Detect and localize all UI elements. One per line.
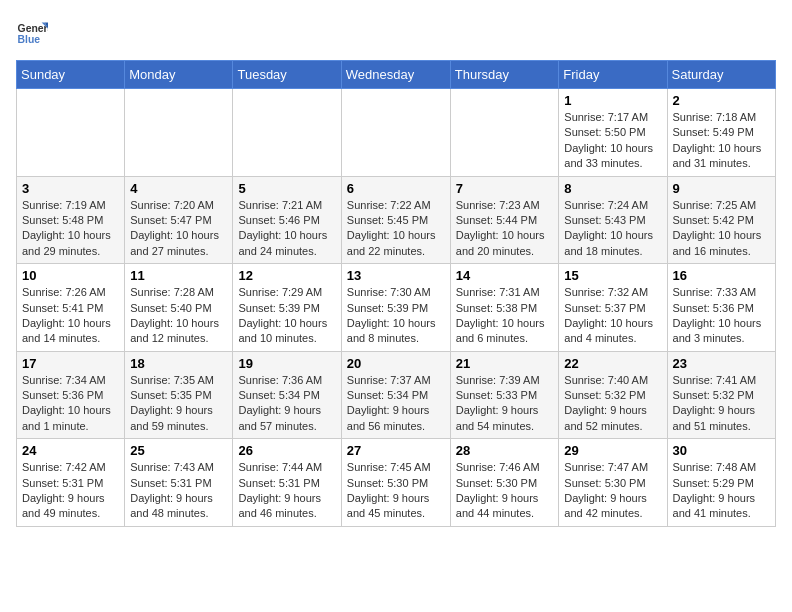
calendar-body: 1Sunrise: 7:17 AM Sunset: 5:50 PM Daylig… <box>17 89 776 527</box>
calendar-cell: 5Sunrise: 7:21 AM Sunset: 5:46 PM Daylig… <box>233 176 341 264</box>
calendar-cell: 9Sunrise: 7:25 AM Sunset: 5:42 PM Daylig… <box>667 176 775 264</box>
day-number: 16 <box>673 268 770 283</box>
day-number: 19 <box>238 356 335 371</box>
calendar-cell: 14Sunrise: 7:31 AM Sunset: 5:38 PM Dayli… <box>450 264 559 352</box>
day-number: 6 <box>347 181 445 196</box>
calendar-cell: 26Sunrise: 7:44 AM Sunset: 5:31 PM Dayli… <box>233 439 341 527</box>
day-info: Sunrise: 7:23 AM Sunset: 5:44 PM Dayligh… <box>456 198 554 260</box>
calendar-cell: 25Sunrise: 7:43 AM Sunset: 5:31 PM Dayli… <box>125 439 233 527</box>
day-info: Sunrise: 7:35 AM Sunset: 5:35 PM Dayligh… <box>130 373 227 435</box>
calendar-cell: 16Sunrise: 7:33 AM Sunset: 5:36 PM Dayli… <box>667 264 775 352</box>
calendar-cell: 24Sunrise: 7:42 AM Sunset: 5:31 PM Dayli… <box>17 439 125 527</box>
calendar-week-row: 3Sunrise: 7:19 AM Sunset: 5:48 PM Daylig… <box>17 176 776 264</box>
calendar-cell: 12Sunrise: 7:29 AM Sunset: 5:39 PM Dayli… <box>233 264 341 352</box>
calendar-cell <box>233 89 341 177</box>
day-number: 7 <box>456 181 554 196</box>
day-number: 23 <box>673 356 770 371</box>
logo-icon: General Blue <box>16 16 48 48</box>
weekday-header: Thursday <box>450 61 559 89</box>
calendar-header-row: SundayMondayTuesdayWednesdayThursdayFrid… <box>17 61 776 89</box>
calendar-cell <box>341 89 450 177</box>
calendar-cell: 3Sunrise: 7:19 AM Sunset: 5:48 PM Daylig… <box>17 176 125 264</box>
day-info: Sunrise: 7:24 AM Sunset: 5:43 PM Dayligh… <box>564 198 661 260</box>
calendar-week-row: 1Sunrise: 7:17 AM Sunset: 5:50 PM Daylig… <box>17 89 776 177</box>
day-info: Sunrise: 7:25 AM Sunset: 5:42 PM Dayligh… <box>673 198 770 260</box>
day-number: 4 <box>130 181 227 196</box>
day-info: Sunrise: 7:21 AM Sunset: 5:46 PM Dayligh… <box>238 198 335 260</box>
calendar-cell: 18Sunrise: 7:35 AM Sunset: 5:35 PM Dayli… <box>125 351 233 439</box>
calendar-cell: 28Sunrise: 7:46 AM Sunset: 5:30 PM Dayli… <box>450 439 559 527</box>
day-info: Sunrise: 7:44 AM Sunset: 5:31 PM Dayligh… <box>238 460 335 522</box>
svg-text:Blue: Blue <box>18 34 41 45</box>
day-info: Sunrise: 7:34 AM Sunset: 5:36 PM Dayligh… <box>22 373 119 435</box>
calendar-cell: 17Sunrise: 7:34 AM Sunset: 5:36 PM Dayli… <box>17 351 125 439</box>
day-number: 22 <box>564 356 661 371</box>
weekday-header: Tuesday <box>233 61 341 89</box>
day-number: 2 <box>673 93 770 108</box>
day-number: 8 <box>564 181 661 196</box>
calendar-cell: 6Sunrise: 7:22 AM Sunset: 5:45 PM Daylig… <box>341 176 450 264</box>
calendar-cell: 27Sunrise: 7:45 AM Sunset: 5:30 PM Dayli… <box>341 439 450 527</box>
calendar-cell <box>450 89 559 177</box>
day-info: Sunrise: 7:43 AM Sunset: 5:31 PM Dayligh… <box>130 460 227 522</box>
day-number: 1 <box>564 93 661 108</box>
day-info: Sunrise: 7:33 AM Sunset: 5:36 PM Dayligh… <box>673 285 770 347</box>
calendar-cell: 2Sunrise: 7:18 AM Sunset: 5:49 PM Daylig… <box>667 89 775 177</box>
day-info: Sunrise: 7:18 AM Sunset: 5:49 PM Dayligh… <box>673 110 770 172</box>
calendar-cell: 23Sunrise: 7:41 AM Sunset: 5:32 PM Dayli… <box>667 351 775 439</box>
day-info: Sunrise: 7:47 AM Sunset: 5:30 PM Dayligh… <box>564 460 661 522</box>
calendar-week-row: 17Sunrise: 7:34 AM Sunset: 5:36 PM Dayli… <box>17 351 776 439</box>
day-number: 20 <box>347 356 445 371</box>
day-number: 18 <box>130 356 227 371</box>
calendar-cell: 1Sunrise: 7:17 AM Sunset: 5:50 PM Daylig… <box>559 89 667 177</box>
day-number: 3 <box>22 181 119 196</box>
weekday-header: Saturday <box>667 61 775 89</box>
day-number: 28 <box>456 443 554 458</box>
day-number: 25 <box>130 443 227 458</box>
day-info: Sunrise: 7:40 AM Sunset: 5:32 PM Dayligh… <box>564 373 661 435</box>
day-info: Sunrise: 7:48 AM Sunset: 5:29 PM Dayligh… <box>673 460 770 522</box>
calendar-week-row: 10Sunrise: 7:26 AM Sunset: 5:41 PM Dayli… <box>17 264 776 352</box>
day-number: 29 <box>564 443 661 458</box>
calendar-cell <box>17 89 125 177</box>
weekday-header: Sunday <box>17 61 125 89</box>
logo: General Blue <box>16 16 48 48</box>
day-info: Sunrise: 7:30 AM Sunset: 5:39 PM Dayligh… <box>347 285 445 347</box>
day-info: Sunrise: 7:17 AM Sunset: 5:50 PM Dayligh… <box>564 110 661 172</box>
weekday-header: Wednesday <box>341 61 450 89</box>
day-number: 10 <box>22 268 119 283</box>
day-info: Sunrise: 7:37 AM Sunset: 5:34 PM Dayligh… <box>347 373 445 435</box>
day-number: 21 <box>456 356 554 371</box>
day-number: 26 <box>238 443 335 458</box>
day-info: Sunrise: 7:31 AM Sunset: 5:38 PM Dayligh… <box>456 285 554 347</box>
calendar-cell: 30Sunrise: 7:48 AM Sunset: 5:29 PM Dayli… <box>667 439 775 527</box>
calendar-cell: 11Sunrise: 7:28 AM Sunset: 5:40 PM Dayli… <box>125 264 233 352</box>
day-info: Sunrise: 7:29 AM Sunset: 5:39 PM Dayligh… <box>238 285 335 347</box>
calendar-cell: 20Sunrise: 7:37 AM Sunset: 5:34 PM Dayli… <box>341 351 450 439</box>
day-number: 17 <box>22 356 119 371</box>
weekday-header: Friday <box>559 61 667 89</box>
day-info: Sunrise: 7:36 AM Sunset: 5:34 PM Dayligh… <box>238 373 335 435</box>
calendar-cell: 29Sunrise: 7:47 AM Sunset: 5:30 PM Dayli… <box>559 439 667 527</box>
weekday-header: Monday <box>125 61 233 89</box>
calendar-cell: 7Sunrise: 7:23 AM Sunset: 5:44 PM Daylig… <box>450 176 559 264</box>
calendar-cell <box>125 89 233 177</box>
day-number: 14 <box>456 268 554 283</box>
day-info: Sunrise: 7:32 AM Sunset: 5:37 PM Dayligh… <box>564 285 661 347</box>
day-info: Sunrise: 7:45 AM Sunset: 5:30 PM Dayligh… <box>347 460 445 522</box>
day-number: 9 <box>673 181 770 196</box>
day-number: 5 <box>238 181 335 196</box>
day-info: Sunrise: 7:46 AM Sunset: 5:30 PM Dayligh… <box>456 460 554 522</box>
calendar-cell: 10Sunrise: 7:26 AM Sunset: 5:41 PM Dayli… <box>17 264 125 352</box>
day-info: Sunrise: 7:26 AM Sunset: 5:41 PM Dayligh… <box>22 285 119 347</box>
day-number: 30 <box>673 443 770 458</box>
calendar-table: SundayMondayTuesdayWednesdayThursdayFrid… <box>16 60 776 527</box>
day-info: Sunrise: 7:28 AM Sunset: 5:40 PM Dayligh… <box>130 285 227 347</box>
day-info: Sunrise: 7:20 AM Sunset: 5:47 PM Dayligh… <box>130 198 227 260</box>
calendar-cell: 15Sunrise: 7:32 AM Sunset: 5:37 PM Dayli… <box>559 264 667 352</box>
svg-text:General: General <box>18 23 48 34</box>
day-info: Sunrise: 7:39 AM Sunset: 5:33 PM Dayligh… <box>456 373 554 435</box>
calendar-cell: 4Sunrise: 7:20 AM Sunset: 5:47 PM Daylig… <box>125 176 233 264</box>
calendar-cell: 8Sunrise: 7:24 AM Sunset: 5:43 PM Daylig… <box>559 176 667 264</box>
calendar-cell: 21Sunrise: 7:39 AM Sunset: 5:33 PM Dayli… <box>450 351 559 439</box>
